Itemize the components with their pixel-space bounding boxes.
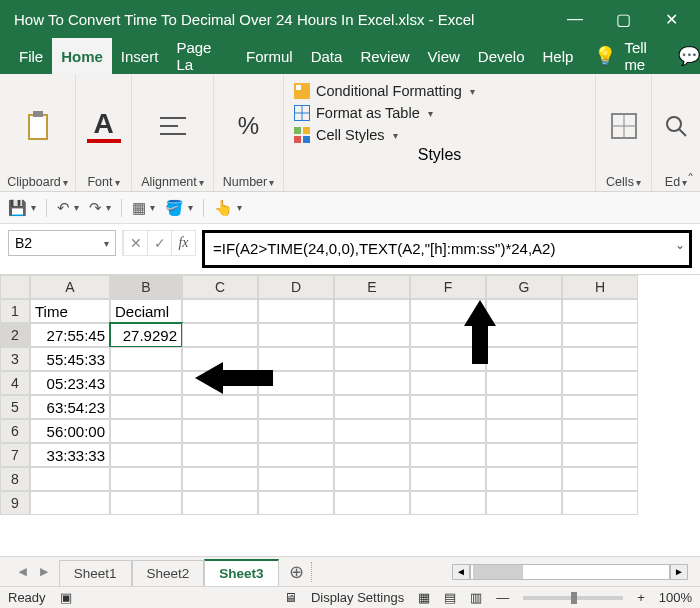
- tab-formulas[interactable]: Formul: [237, 38, 302, 74]
- cell-H6[interactable]: [562, 419, 638, 443]
- row-header-5[interactable]: 5: [0, 395, 30, 419]
- cell-H9[interactable]: [562, 491, 638, 515]
- view-page-layout-icon[interactable]: ▤: [444, 590, 456, 605]
- cell-A2[interactable]: 27:55:45: [30, 323, 110, 347]
- cell-F7[interactable]: [410, 443, 486, 467]
- cell-A6[interactable]: 56:00:00: [30, 419, 110, 443]
- column-header-G[interactable]: G: [486, 275, 562, 299]
- zoom-slider[interactable]: [523, 596, 623, 600]
- cell-E7[interactable]: [334, 443, 410, 467]
- minimize-button[interactable]: —: [552, 4, 598, 34]
- comments-icon[interactable]: 💬: [678, 45, 700, 67]
- row-header-3[interactable]: 3: [0, 347, 30, 371]
- tab-file[interactable]: File: [10, 38, 52, 74]
- cell-H3[interactable]: [562, 347, 638, 371]
- tell-me[interactable]: 💡 Tell me: [582, 39, 678, 73]
- cell-E6[interactable]: [334, 419, 410, 443]
- cell-C1[interactable]: [182, 299, 258, 323]
- spreadsheet-grid[interactable]: ABCDEFGH1TimeDeciaml227:55:4527.9292355:…: [0, 275, 700, 515]
- cell-E1[interactable]: [334, 299, 410, 323]
- column-header-E[interactable]: E: [334, 275, 410, 299]
- cell-H4[interactable]: [562, 371, 638, 395]
- tab-insert[interactable]: Insert: [112, 38, 168, 74]
- cell-E4[interactable]: [334, 371, 410, 395]
- tab-home[interactable]: Home: [52, 38, 112, 74]
- cell-D5[interactable]: [258, 395, 334, 419]
- cell-C2[interactable]: [182, 323, 258, 347]
- cell-E8[interactable]: [334, 467, 410, 491]
- tab-view[interactable]: View: [419, 38, 469, 74]
- conditional-formatting-button[interactable]: Conditional Formatting▾: [294, 80, 585, 102]
- cell-B8[interactable]: [110, 467, 182, 491]
- name-box[interactable]: B2 ▾: [8, 230, 116, 256]
- horizontal-scrollbar[interactable]: ◄ ►: [327, 564, 692, 580]
- cell-G9[interactable]: [486, 491, 562, 515]
- editing-icon[interactable]: [659, 109, 693, 143]
- collapse-ribbon-icon[interactable]: ˄: [687, 171, 694, 187]
- zoom-in-icon[interactable]: +: [637, 590, 645, 605]
- column-header-H[interactable]: H: [562, 275, 638, 299]
- cell-D6[interactable]: [258, 419, 334, 443]
- alignment-icon[interactable]: [156, 109, 190, 143]
- tab-developer[interactable]: Develo: [469, 38, 534, 74]
- enter-icon[interactable]: ✓: [147, 230, 171, 256]
- fill-color-icon[interactable]: 🪣▾: [165, 199, 193, 217]
- undo-icon[interactable]: ↶▾: [57, 199, 79, 217]
- select-all-corner[interactable]: [0, 275, 30, 299]
- cell-G8[interactable]: [486, 467, 562, 491]
- cell-B4[interactable]: [110, 371, 182, 395]
- sheet-tab-sheet1[interactable]: Sheet1: [59, 560, 132, 586]
- cell-F5[interactable]: [410, 395, 486, 419]
- borders-icon[interactable]: ▦▾: [132, 199, 155, 217]
- tab-data[interactable]: Data: [302, 38, 352, 74]
- tab-review[interactable]: Review: [351, 38, 418, 74]
- zoom-level[interactable]: 100%: [659, 590, 692, 605]
- cell-B9[interactable]: [110, 491, 182, 515]
- cell-C6[interactable]: [182, 419, 258, 443]
- cancel-icon[interactable]: ✕: [123, 230, 147, 256]
- new-sheet-button[interactable]: ⊕: [279, 561, 305, 583]
- sheet-tab-sheet2[interactable]: Sheet2: [132, 560, 205, 586]
- cell-F6[interactable]: [410, 419, 486, 443]
- touch-mode-icon[interactable]: 👆▾: [214, 199, 242, 217]
- cell-A1[interactable]: Time: [30, 299, 110, 323]
- cell-B5[interactable]: [110, 395, 182, 419]
- cell-A7[interactable]: 33:33:33: [30, 443, 110, 467]
- display-settings-label[interactable]: Display Settings: [311, 590, 404, 605]
- cell-F8[interactable]: [410, 467, 486, 491]
- view-normal-icon[interactable]: ▦: [418, 590, 430, 605]
- sheet-nav-next-icon[interactable]: ►: [37, 564, 50, 579]
- cell-G5[interactable]: [486, 395, 562, 419]
- close-button[interactable]: ✕: [648, 4, 694, 34]
- font-icon[interactable]: A: [87, 109, 121, 143]
- display-settings-icon[interactable]: 🖥: [284, 590, 297, 605]
- cell-B6[interactable]: [110, 419, 182, 443]
- cell-C7[interactable]: [182, 443, 258, 467]
- cell-D1[interactable]: [258, 299, 334, 323]
- macro-record-icon[interactable]: ▣: [60, 590, 72, 605]
- cell-F4[interactable]: [410, 371, 486, 395]
- zoom-out-icon[interactable]: —: [496, 590, 509, 605]
- view-page-break-icon[interactable]: ▥: [470, 590, 482, 605]
- row-header-8[interactable]: 8: [0, 467, 30, 491]
- cell-B2[interactable]: 27.9292: [110, 323, 182, 347]
- cell-H2[interactable]: [562, 323, 638, 347]
- sheet-tab-sheet3[interactable]: Sheet3: [204, 559, 278, 586]
- redo-icon[interactable]: ↷▾: [89, 199, 111, 217]
- cell-D7[interactable]: [258, 443, 334, 467]
- cell-B3[interactable]: [110, 347, 182, 371]
- cell-H8[interactable]: [562, 467, 638, 491]
- cell-E3[interactable]: [334, 347, 410, 371]
- cell-D2[interactable]: [258, 323, 334, 347]
- sheet-nav-prev-icon[interactable]: ◄: [16, 564, 29, 579]
- cell-A9[interactable]: [30, 491, 110, 515]
- row-header-1[interactable]: 1: [0, 299, 30, 323]
- column-header-C[interactable]: C: [182, 275, 258, 299]
- tab-help[interactable]: Help: [534, 38, 583, 74]
- cell-A4[interactable]: 05:23:43: [30, 371, 110, 395]
- cell-D8[interactable]: [258, 467, 334, 491]
- cell-A5[interactable]: 63:54:23: [30, 395, 110, 419]
- column-header-D[interactable]: D: [258, 275, 334, 299]
- column-header-A[interactable]: A: [30, 275, 110, 299]
- column-header-B[interactable]: B: [110, 275, 182, 299]
